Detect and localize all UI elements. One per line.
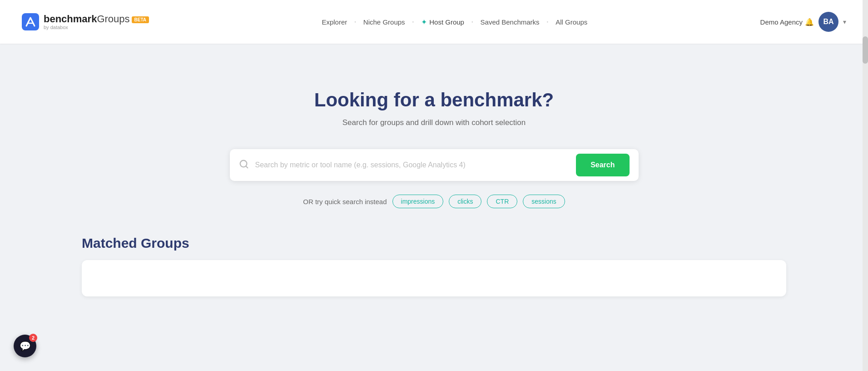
matched-groups-title: Matched Groups [82, 236, 786, 251]
hero-subtitle: Search for groups and drill down with co… [342, 118, 526, 127]
nav-dot-2: ● [412, 20, 414, 23]
logo-area: benchmarkGroupsBETA by databox [22, 13, 149, 30]
nav-item-saved-benchmarks[interactable]: Saved Benchmarks [476, 15, 544, 29]
nav-item-host-group[interactable]: ✦ Host Group [417, 15, 469, 29]
chevron-down-icon[interactable]: ▾ [843, 18, 846, 25]
quick-tag-impressions[interactable]: impressions [392, 195, 444, 208]
nav-item-explorer[interactable]: Explorer [317, 15, 352, 29]
nav-item-all-groups[interactable]: All Groups [551, 15, 592, 29]
nav-links: Explorer ● Niche Groups ● ✦ Host Group ●… [317, 15, 592, 29]
quick-tag-ctr[interactable]: CTR [487, 195, 517, 208]
chat-badge: 2 [29, 334, 37, 342]
svg-rect-0 [22, 13, 39, 30]
user-name: Demo Agency 🔔 [760, 18, 814, 26]
beta-badge: BETA [132, 16, 149, 23]
logo-text: benchmarkGroupsBETA by databox [44, 14, 149, 30]
scrollbar[interactable] [863, 0, 868, 371]
main-content: Looking for a benchmark? Search for grou… [0, 44, 868, 296]
nav-dot-1: ● [354, 20, 356, 23]
nav-item-niche-groups[interactable]: Niche Groups [359, 15, 410, 29]
quick-tag-clicks[interactable]: clicks [449, 195, 481, 208]
avatar[interactable]: BA [818, 12, 838, 32]
quick-tag-sessions[interactable]: sessions [523, 195, 565, 208]
quick-search-area: OR try quick search instead impressions … [303, 195, 565, 208]
chat-widget[interactable]: 💬 2 [14, 335, 36, 357]
chat-icon: 💬 [20, 341, 31, 351]
nav-dot-4: ● [547, 20, 549, 23]
logo-brand: benchmarkGroupsBETA [44, 14, 149, 25]
matched-groups-section: Matched Groups [0, 236, 868, 296]
scrollbar-thumb[interactable] [863, 36, 868, 64]
search-bar-container: Search [230, 149, 639, 181]
sparkle-icon: ✦ [421, 18, 427, 26]
notification-icon[interactable]: 🔔 [805, 18, 814, 26]
svg-line-2 [246, 166, 248, 168]
search-input[interactable] [255, 161, 576, 169]
header: benchmarkGroupsBETA by databox Explorer … [0, 0, 868, 44]
search-icon [239, 159, 249, 171]
logo-icon [22, 13, 39, 30]
quick-search-label: OR try quick search instead [303, 198, 387, 206]
matched-groups-card-preview [82, 260, 786, 296]
user-area: Demo Agency 🔔 BA ▾ [760, 12, 846, 32]
logo-by: by databox [44, 25, 149, 30]
hero-title: Looking for a benchmark? [314, 89, 554, 111]
nav-dot-3: ● [471, 20, 473, 23]
search-button[interactable]: Search [576, 154, 629, 176]
